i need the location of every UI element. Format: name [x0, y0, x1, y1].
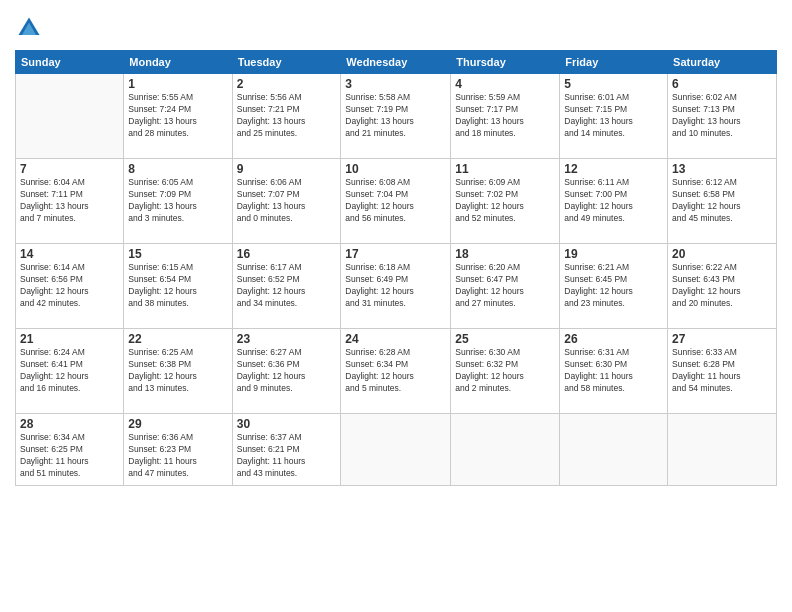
day-cell: 30Sunrise: 6:37 AM Sunset: 6:21 PM Dayli…	[232, 414, 341, 486]
day-number: 4	[455, 77, 555, 91]
day-header: Wednesday	[341, 51, 451, 74]
day-info: Sunrise: 6:20 AM Sunset: 6:47 PM Dayligh…	[455, 262, 555, 310]
day-number: 26	[564, 332, 663, 346]
day-info: Sunrise: 6:21 AM Sunset: 6:45 PM Dayligh…	[564, 262, 663, 310]
day-number: 14	[20, 247, 119, 261]
day-header: Thursday	[451, 51, 560, 74]
day-number: 9	[237, 162, 337, 176]
logo-icon	[15, 14, 43, 42]
day-cell: 10Sunrise: 6:08 AM Sunset: 7:04 PM Dayli…	[341, 159, 451, 244]
day-info: Sunrise: 6:09 AM Sunset: 7:02 PM Dayligh…	[455, 177, 555, 225]
day-number: 23	[237, 332, 337, 346]
day-cell: 14Sunrise: 6:14 AM Sunset: 6:56 PM Dayli…	[16, 244, 124, 329]
calendar: SundayMondayTuesdayWednesdayThursdayFrid…	[15, 50, 777, 486]
day-info: Sunrise: 6:34 AM Sunset: 6:25 PM Dayligh…	[20, 432, 119, 480]
day-info: Sunrise: 6:06 AM Sunset: 7:07 PM Dayligh…	[237, 177, 337, 225]
day-number: 5	[564, 77, 663, 91]
day-number: 1	[128, 77, 227, 91]
day-header: Friday	[560, 51, 668, 74]
day-cell	[16, 74, 124, 159]
day-number: 20	[672, 247, 772, 261]
day-number: 3	[345, 77, 446, 91]
day-info: Sunrise: 6:14 AM Sunset: 6:56 PM Dayligh…	[20, 262, 119, 310]
day-number: 13	[672, 162, 772, 176]
day-info: Sunrise: 6:02 AM Sunset: 7:13 PM Dayligh…	[672, 92, 772, 140]
day-info: Sunrise: 6:33 AM Sunset: 6:28 PM Dayligh…	[672, 347, 772, 395]
day-info: Sunrise: 5:56 AM Sunset: 7:21 PM Dayligh…	[237, 92, 337, 140]
day-cell: 28Sunrise: 6:34 AM Sunset: 6:25 PM Dayli…	[16, 414, 124, 486]
day-cell: 16Sunrise: 6:17 AM Sunset: 6:52 PM Dayli…	[232, 244, 341, 329]
day-info: Sunrise: 6:01 AM Sunset: 7:15 PM Dayligh…	[564, 92, 663, 140]
day-cell: 27Sunrise: 6:33 AM Sunset: 6:28 PM Dayli…	[668, 329, 777, 414]
day-number: 15	[128, 247, 227, 261]
day-cell: 6Sunrise: 6:02 AM Sunset: 7:13 PM Daylig…	[668, 74, 777, 159]
day-info: Sunrise: 6:17 AM Sunset: 6:52 PM Dayligh…	[237, 262, 337, 310]
day-header: Tuesday	[232, 51, 341, 74]
day-number: 22	[128, 332, 227, 346]
day-info: Sunrise: 6:31 AM Sunset: 6:30 PM Dayligh…	[564, 347, 663, 395]
day-info: Sunrise: 6:30 AM Sunset: 6:32 PM Dayligh…	[455, 347, 555, 395]
day-info: Sunrise: 6:37 AM Sunset: 6:21 PM Dayligh…	[237, 432, 337, 480]
day-cell	[668, 414, 777, 486]
day-header: Sunday	[16, 51, 124, 74]
header	[15, 10, 777, 42]
week-row: 1Sunrise: 5:55 AM Sunset: 7:24 PM Daylig…	[16, 74, 777, 159]
day-number: 29	[128, 417, 227, 431]
day-number: 7	[20, 162, 119, 176]
day-number: 27	[672, 332, 772, 346]
day-cell: 15Sunrise: 6:15 AM Sunset: 6:54 PM Dayli…	[124, 244, 232, 329]
day-cell: 3Sunrise: 5:58 AM Sunset: 7:19 PM Daylig…	[341, 74, 451, 159]
day-cell: 5Sunrise: 6:01 AM Sunset: 7:15 PM Daylig…	[560, 74, 668, 159]
day-info: Sunrise: 6:11 AM Sunset: 7:00 PM Dayligh…	[564, 177, 663, 225]
day-cell	[341, 414, 451, 486]
day-header: Saturday	[668, 51, 777, 74]
day-cell: 9Sunrise: 6:06 AM Sunset: 7:07 PM Daylig…	[232, 159, 341, 244]
day-number: 24	[345, 332, 446, 346]
day-cell	[560, 414, 668, 486]
week-row: 21Sunrise: 6:24 AM Sunset: 6:41 PM Dayli…	[16, 329, 777, 414]
day-cell: 12Sunrise: 6:11 AM Sunset: 7:00 PM Dayli…	[560, 159, 668, 244]
day-cell	[451, 414, 560, 486]
day-cell: 26Sunrise: 6:31 AM Sunset: 6:30 PM Dayli…	[560, 329, 668, 414]
day-cell: 20Sunrise: 6:22 AM Sunset: 6:43 PM Dayli…	[668, 244, 777, 329]
day-info: Sunrise: 5:55 AM Sunset: 7:24 PM Dayligh…	[128, 92, 227, 140]
day-number: 11	[455, 162, 555, 176]
day-cell: 8Sunrise: 6:05 AM Sunset: 7:09 PM Daylig…	[124, 159, 232, 244]
day-cell: 25Sunrise: 6:30 AM Sunset: 6:32 PM Dayli…	[451, 329, 560, 414]
day-number: 30	[237, 417, 337, 431]
day-cell: 22Sunrise: 6:25 AM Sunset: 6:38 PM Dayli…	[124, 329, 232, 414]
day-cell: 1Sunrise: 5:55 AM Sunset: 7:24 PM Daylig…	[124, 74, 232, 159]
day-number: 21	[20, 332, 119, 346]
day-number: 16	[237, 247, 337, 261]
day-cell: 23Sunrise: 6:27 AM Sunset: 6:36 PM Dayli…	[232, 329, 341, 414]
header-row: SundayMondayTuesdayWednesdayThursdayFrid…	[16, 51, 777, 74]
day-cell: 13Sunrise: 6:12 AM Sunset: 6:58 PM Dayli…	[668, 159, 777, 244]
day-info: Sunrise: 6:25 AM Sunset: 6:38 PM Dayligh…	[128, 347, 227, 395]
day-info: Sunrise: 6:28 AM Sunset: 6:34 PM Dayligh…	[345, 347, 446, 395]
day-cell: 2Sunrise: 5:56 AM Sunset: 7:21 PM Daylig…	[232, 74, 341, 159]
day-cell: 24Sunrise: 6:28 AM Sunset: 6:34 PM Dayli…	[341, 329, 451, 414]
day-number: 12	[564, 162, 663, 176]
day-info: Sunrise: 6:36 AM Sunset: 6:23 PM Dayligh…	[128, 432, 227, 480]
day-cell: 4Sunrise: 5:59 AM Sunset: 7:17 PM Daylig…	[451, 74, 560, 159]
day-number: 2	[237, 77, 337, 91]
day-cell: 11Sunrise: 6:09 AM Sunset: 7:02 PM Dayli…	[451, 159, 560, 244]
day-cell: 7Sunrise: 6:04 AM Sunset: 7:11 PM Daylig…	[16, 159, 124, 244]
week-row: 7Sunrise: 6:04 AM Sunset: 7:11 PM Daylig…	[16, 159, 777, 244]
day-info: Sunrise: 5:58 AM Sunset: 7:19 PM Dayligh…	[345, 92, 446, 140]
day-info: Sunrise: 6:15 AM Sunset: 6:54 PM Dayligh…	[128, 262, 227, 310]
day-info: Sunrise: 6:04 AM Sunset: 7:11 PM Dayligh…	[20, 177, 119, 225]
day-info: Sunrise: 5:59 AM Sunset: 7:17 PM Dayligh…	[455, 92, 555, 140]
day-header: Monday	[124, 51, 232, 74]
day-info: Sunrise: 6:05 AM Sunset: 7:09 PM Dayligh…	[128, 177, 227, 225]
week-row: 14Sunrise: 6:14 AM Sunset: 6:56 PM Dayli…	[16, 244, 777, 329]
day-number: 8	[128, 162, 227, 176]
day-cell: 29Sunrise: 6:36 AM Sunset: 6:23 PM Dayli…	[124, 414, 232, 486]
day-number: 10	[345, 162, 446, 176]
day-number: 19	[564, 247, 663, 261]
day-info: Sunrise: 6:12 AM Sunset: 6:58 PM Dayligh…	[672, 177, 772, 225]
day-number: 17	[345, 247, 446, 261]
day-info: Sunrise: 6:24 AM Sunset: 6:41 PM Dayligh…	[20, 347, 119, 395]
logo	[15, 14, 45, 42]
day-info: Sunrise: 6:08 AM Sunset: 7:04 PM Dayligh…	[345, 177, 446, 225]
